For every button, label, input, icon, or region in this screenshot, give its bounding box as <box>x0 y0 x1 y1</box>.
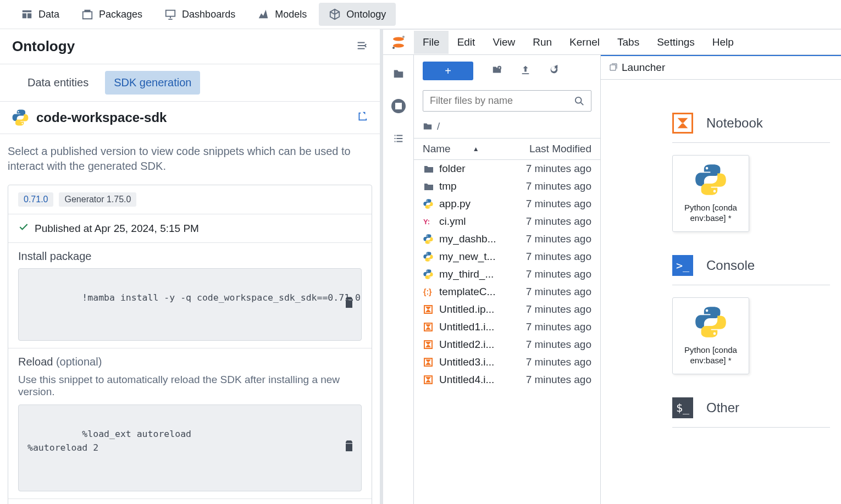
file-row[interactable]: ci.yml7 minutes ago <box>414 213 600 230</box>
file-row[interactable]: Untitled.ip...7 minutes ago <box>414 301 600 318</box>
file-row[interactable]: tmp7 minutes ago <box>414 178 600 195</box>
file-row[interactable]: Untitled3.i...7 minutes ago <box>414 353 600 371</box>
menu-view[interactable]: View <box>484 31 524 54</box>
jupyter-activity-bar <box>383 55 414 504</box>
card-label: Python [conda env:base] * <box>673 202 749 224</box>
console-icon: >_ <box>672 255 693 276</box>
collapse-icon[interactable] <box>356 40 368 54</box>
col-modified[interactable]: Last Modified <box>529 143 591 155</box>
launcher-other-section: $_ Other <box>672 397 830 428</box>
reload-title: Reload (optional) <box>18 356 362 368</box>
table-icon <box>21 8 33 20</box>
file-modified: 7 minutes ago <box>526 374 591 386</box>
file-row[interactable]: app.py7 minutes ago <box>414 195 600 213</box>
nav-packages[interactable]: Packages <box>71 3 152 26</box>
new-launcher-button[interactable]: + <box>423 62 473 80</box>
console-python-card[interactable]: Python [conda env:base] * <box>672 297 749 374</box>
file-row[interactable]: templateC...7 minutes ago <box>414 283 600 301</box>
menu-run[interactable]: Run <box>524 31 561 54</box>
jupyter-menubar: File Edit View Run Kernel Tabs Settings … <box>383 30 841 55</box>
file-list: folder7 minutes agotmp7 minutes agoapp.p… <box>414 160 600 504</box>
tab-data-entities[interactable]: Data entities <box>19 71 97 95</box>
python-icon <box>12 109 29 126</box>
tab-sdk-generation[interactable]: SDK generation <box>105 71 200 95</box>
menu-edit[interactable]: Edit <box>449 31 484 54</box>
copy-icon[interactable] <box>345 440 353 456</box>
check-icon <box>18 221 29 235</box>
svg-point-4 <box>393 37 404 41</box>
refresh-icon[interactable] <box>549 65 559 77</box>
upload-icon[interactable] <box>521 65 530 77</box>
section-title: Notebook <box>706 115 763 131</box>
copy-icon[interactable] <box>345 297 353 312</box>
list-icon[interactable] <box>392 132 405 145</box>
menu-help[interactable]: Help <box>704 31 743 54</box>
sort-caret-icon: ▲ <box>473 145 479 153</box>
file-row[interactable]: my_dashb...7 minutes ago <box>414 230 600 248</box>
nav-label: Dashboards <box>182 9 235 20</box>
py-icon <box>423 251 434 262</box>
terminal-icon: $_ <box>672 397 693 418</box>
sdk-card: 0.71.0 Generator 1.75.0 Published at Apr… <box>8 185 372 504</box>
nav-dashboards[interactable]: Dashboards <box>154 3 245 26</box>
file-name: ci.yml <box>439 215 466 228</box>
file-name: app.py <box>439 198 471 210</box>
nav-label: Models <box>275 9 307 20</box>
file-list-header: Name▲ Last Modified <box>414 138 600 160</box>
code-text: !mamba install -y -q code_workspace_sdk_… <box>82 292 361 303</box>
python-icon <box>695 164 727 196</box>
page-title: Ontology <box>12 38 75 55</box>
filter-input[interactable] <box>430 95 574 107</box>
card-label: Python [conda env:base] * <box>673 345 749 366</box>
notebook-python-card[interactable]: Python [conda env:base] * <box>672 155 749 232</box>
nav-ontology[interactable]: Ontology <box>319 3 396 26</box>
py-icon <box>423 234 434 245</box>
nav-label: Packages <box>99 9 142 20</box>
file-modified: 7 minutes ago <box>526 303 591 315</box>
search-icon <box>574 96 584 106</box>
running-icon[interactable] <box>391 99 406 113</box>
svg-point-6 <box>402 36 405 38</box>
breadcrumb[interactable]: / <box>414 117 600 138</box>
sdk-name: code-workspace-sdk <box>36 110 167 125</box>
nb-icon <box>423 374 434 385</box>
menu-kernel[interactable]: Kernel <box>561 31 608 54</box>
file-row[interactable]: folder7 minutes ago <box>414 160 600 178</box>
file-row[interactable]: Untitled4.i...7 minutes ago <box>414 371 600 389</box>
yml-icon <box>423 216 434 227</box>
cube-icon <box>329 8 341 20</box>
svg-rect-3 <box>166 10 175 16</box>
nav-models[interactable]: Models <box>247 3 317 26</box>
file-row[interactable]: my_third_...7 minutes ago <box>414 265 600 283</box>
sdk-description: Select a published version to view code … <box>0 134 380 185</box>
install-code-block: !mamba install -y -q code_workspace_sdk_… <box>18 268 362 341</box>
menu-settings[interactable]: Settings <box>648 31 704 54</box>
file-name: Untitled3.i... <box>439 356 494 368</box>
menu-tabs[interactable]: Tabs <box>608 31 648 54</box>
install-title: Install package <box>18 250 362 263</box>
new-folder-icon[interactable] <box>492 65 502 77</box>
py-icon <box>423 198 434 209</box>
file-modified: 7 minutes ago <box>526 180 591 192</box>
file-row[interactable]: my_new_t...7 minutes ago <box>414 248 600 265</box>
file-row[interactable]: Untitled2.i...7 minutes ago <box>414 336 600 353</box>
optional-label: (optional) <box>56 356 102 368</box>
file-modified: 7 minutes ago <box>526 163 591 175</box>
nav-data[interactable]: Data <box>11 3 69 26</box>
file-name: my_new_t... <box>439 251 495 263</box>
file-row[interactable]: Untitled1.i...7 minutes ago <box>414 318 600 336</box>
col-name[interactable]: Name <box>423 143 451 155</box>
menu-file[interactable]: File <box>414 31 449 54</box>
launcher-tab[interactable]: Launcher <box>601 56 841 80</box>
launcher-console-section: >_ Console Python [conda env:base] * <box>672 255 830 374</box>
version-badge[interactable]: 0.71.0 <box>18 192 53 207</box>
file-modified: 7 minutes ago <box>526 286 591 298</box>
nb-icon <box>423 357 434 368</box>
open-doc-icon[interactable] <box>356 110 368 125</box>
package-icon <box>81 8 93 20</box>
reload-code-block: %load_ext autoreload %autoreload 2 <box>18 405 362 491</box>
folder-icon <box>423 163 434 174</box>
jupyter-logo-icon <box>383 35 414 49</box>
folder-icon[interactable] <box>392 67 405 80</box>
launcher-panel: Launcher Notebook Python [conda env:base… <box>601 55 841 504</box>
